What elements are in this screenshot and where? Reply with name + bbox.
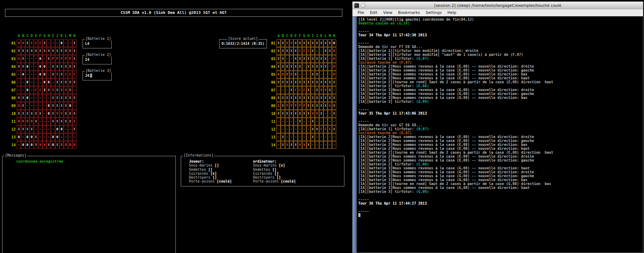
grid-cell: 0	[47, 110, 51, 117]
player-grid: ABCDEFGHIJKLMN01VVXCCCX~~~0~~X02XXXXXXXX…	[10, 33, 76, 149]
grid-cell: ~	[285, 133, 289, 141]
grid-cell: ~	[42, 110, 47, 117]
terminal-line	[358, 115, 641, 119]
window-pin-button[interactable]	[361, 3, 365, 8]
terminal-line: [IA][batterie 2]Nous sommes revenus à la…	[358, 139, 641, 143]
menu-item-edit[interactable]: Edit	[367, 10, 380, 15]
battery-2-input[interactable]: [Batterie 2] I4	[83, 55, 112, 64]
grid-cell: ~	[281, 118, 285, 125]
grid-cell: X	[17, 126, 21, 133]
grid-cell: X	[306, 102, 311, 110]
grid-cell: ~	[285, 118, 289, 125]
grid-cell: ~	[319, 47, 323, 55]
grid-cell: ~	[51, 39, 55, 47]
grid-cell: X	[302, 94, 306, 102]
grid-cell: ~	[17, 79, 21, 86]
column-header: G	[42, 33, 47, 38]
grid-cell: V	[302, 141, 306, 149]
grid-cell: ~	[47, 126, 51, 133]
grid-cell: 0	[30, 141, 34, 149]
menu-item-view[interactable]: View	[380, 10, 395, 15]
grid-cell: X	[17, 94, 21, 102]
window-titlebar[interactable]: >_ [session 2] (sleep) /home/tests/langa…	[353, 2, 643, 9]
column-header: K	[59, 33, 64, 38]
grid-cell: X	[311, 39, 315, 47]
grid-cell: X	[294, 63, 298, 70]
grid-cell: X	[55, 79, 59, 86]
grid-cell: D	[59, 141, 64, 149]
battery-3-value: J4	[85, 74, 89, 78]
terminal-line: [IA][batterie 3]Nous sommes revenus à la…	[358, 92, 641, 96]
column-header: F	[38, 33, 42, 38]
terminal-line: [IA][batterie 2]Nous sommes revenus à la…	[358, 154, 641, 158]
grid-cell: C	[298, 47, 302, 55]
grid-cell: C	[328, 126, 332, 133]
grid-cell: X	[294, 47, 298, 55]
grid-cell: P	[298, 102, 302, 110]
grid-cell: X	[59, 102, 64, 110]
grid-cell: X	[30, 47, 34, 55]
menu-item-bookmarks[interactable]: Bookmarks	[395, 10, 423, 15]
grid-cell: X	[21, 63, 25, 70]
computer-grid-row: 13~X~~~~~~X~~~~~	[270, 133, 336, 141]
menu-item-file[interactable]: File	[355, 10, 367, 15]
grid-cell: X	[25, 47, 30, 55]
battery-3-input[interactable]: [Batterie 3] J4	[83, 71, 112, 80]
computer-grid-row: 09SXPPPPPXXXXXSX	[270, 102, 336, 110]
grid-cell: X	[64, 94, 68, 102]
scrollbar-thumb[interactable]	[353, 16, 356, 253]
row-label: 05	[10, 71, 16, 78]
terminal-line: [IA level 2][HOR][lig gauche] coordonnée…	[358, 17, 641, 21]
menu-item-help[interactable]: Help	[444, 10, 459, 15]
grid-cell: ~	[30, 55, 34, 63]
row-label: 03	[270, 55, 275, 63]
game-title-box: CSSM SDA v1.0 (Sink Dem All) @2013 5GT e…	[5, 9, 342, 17]
grid-cell: C	[298, 86, 302, 94]
input-cursor	[90, 74, 92, 78]
grid-cell: V	[21, 39, 25, 47]
game-title: CSSM SDA v1.0 (Sink Dem All) @2013 5GT e…	[121, 10, 227, 15]
terminal-output[interactable]: [IA level 2][HOR][lig gauche] coordonnée…	[357, 16, 643, 253]
konsole-app-icon[interactable]: >_	[354, 3, 359, 8]
grid-cell: X	[25, 110, 30, 117]
terminal-line: -----	[358, 29, 641, 33]
computer-fleet-column: ordinateur: Sous-marins [x]Vedettes []Cu…	[253, 156, 296, 186]
grid-cell: ~	[51, 126, 55, 133]
grid-cell: X	[281, 39, 285, 47]
computer-grid-row: 02XXXXXCCCX~~XXD	[270, 47, 336, 55]
grid-cell: ~	[68, 133, 72, 141]
grid-cell: S	[17, 55, 21, 63]
battery-1-input[interactable]: [Batterie 1] L4	[83, 39, 112, 48]
fleet-status-item: Destroyers []	[189, 175, 253, 179]
grid-cell: P	[55, 55, 59, 63]
row-label: 12	[270, 126, 275, 133]
grid-cell: D	[68, 141, 72, 149]
grid-cell: X	[323, 39, 328, 47]
grid-cell: X	[68, 110, 72, 117]
terminal-line: [IA][batterie 2]Nous sommes revenus à la…	[358, 147, 641, 151]
grid-cell: X	[64, 79, 68, 86]
player-grid-column-headers: ABCDEFGHIJKLMN	[10, 33, 76, 38]
grid-cell: D	[64, 141, 68, 149]
grid-cell: X	[302, 79, 306, 86]
grid-cell: X	[30, 110, 34, 117]
terminal-line: -----	[358, 197, 641, 201]
grid-cell: X	[51, 47, 55, 55]
grid-cell: X	[289, 63, 294, 70]
grid-cell: X	[315, 55, 319, 63]
terminal-line: [IA][batterie 2][tourne en rond] Saut de…	[358, 151, 641, 154]
grid-cell: X	[25, 126, 30, 133]
grid-cell: X	[42, 39, 47, 47]
computer-grid-row: 11~~~~~X~~X~~~~~	[270, 118, 336, 125]
grid-cell: 3	[42, 86, 47, 94]
grid-cell: X	[281, 102, 285, 110]
terminal-line: [IA][batterie 1] tirfutur: (G,07)	[358, 57, 641, 60]
grid-cell: X	[315, 126, 319, 133]
terminal-line: Cuirassé touché en (G,07)	[358, 131, 641, 135]
grid-cell: ~	[42, 94, 47, 102]
grid-cell: X	[72, 39, 76, 47]
computer-grid-row: 06XXXXXXXXXXXXXX	[270, 79, 336, 86]
menu-item-settings[interactable]: Settings	[423, 10, 444, 15]
scrollbar[interactable]	[353, 16, 357, 253]
computer-fleet-title: ordinateur:	[253, 159, 296, 163]
